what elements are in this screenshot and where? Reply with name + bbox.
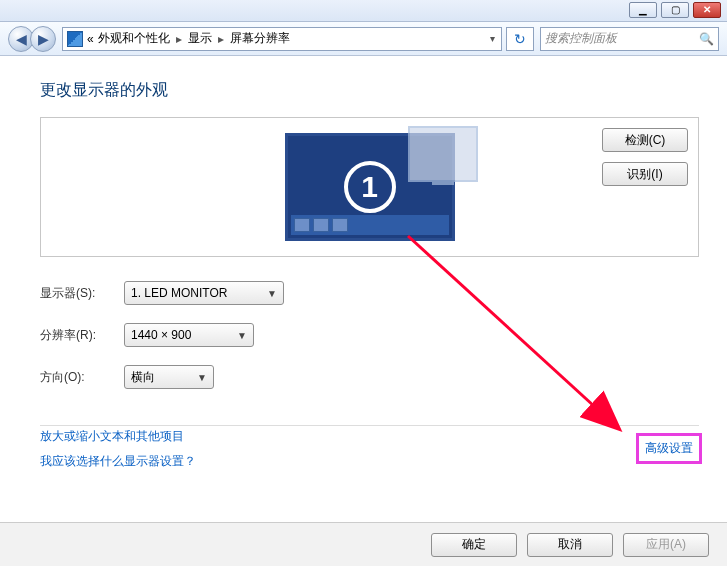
- identify-button[interactable]: 识别(I): [602, 162, 688, 186]
- cancel-button[interactable]: 取消: [527, 533, 613, 557]
- minimize-button[interactable]: ▁: [629, 2, 657, 18]
- resolution-combobox[interactable]: 1440 × 900 ▼: [124, 323, 254, 347]
- advanced-settings-link[interactable]: 高级设置: [639, 436, 699, 461]
- control-panel-icon: [67, 31, 83, 47]
- title-bar: ▁ ▢ ✕: [0, 0, 727, 22]
- search-input[interactable]: 搜索控制面板 🔍: [540, 27, 719, 51]
- display-value: 1. LED MONITOR: [131, 286, 227, 300]
- chevron-right-icon: ▸: [174, 32, 184, 46]
- crumb-1[interactable]: 显示: [188, 30, 212, 47]
- display-combobox[interactable]: 1. LED MONITOR ▼: [124, 281, 284, 305]
- orientation-value: 横向: [131, 369, 155, 386]
- crumb-0[interactable]: 外观和个性化: [98, 30, 170, 47]
- nav-row: ◀ ▶ « 外观和个性化 ▸ 显示 ▸ 屏幕分辨率 ▾ ↻ 搜索控制面板 🔍: [0, 22, 727, 56]
- monitor-1[interactable]: 1: [285, 133, 455, 241]
- text-size-link[interactable]: 放大或缩小文本和其他项目: [40, 428, 196, 445]
- secondary-monitor-ghost: [408, 126, 478, 182]
- ok-button[interactable]: 确定: [431, 533, 517, 557]
- detect-button[interactable]: 检测(C): [602, 128, 688, 152]
- search-placeholder: 搜索控制面板: [545, 30, 617, 47]
- page-body: 更改显示器的外观 1 检测(C) 识别(I) 显示器(S): 1. LED MO…: [0, 56, 727, 522]
- maximize-button[interactable]: ▢: [661, 2, 689, 18]
- window-controls: ▁ ▢ ✕: [629, 2, 721, 18]
- crumb-2[interactable]: 屏幕分辨率: [230, 30, 290, 47]
- monitor-stage: 1: [285, 133, 455, 241]
- monitor-number-badge: 1: [344, 161, 396, 213]
- orientation-combobox[interactable]: 横向 ▼: [124, 365, 214, 389]
- chevron-down-icon: ▼: [237, 330, 247, 341]
- nav-back-forward: ◀ ▶: [8, 26, 56, 52]
- monitor-taskbar: [291, 215, 449, 235]
- divider: [40, 425, 699, 426]
- address-bar[interactable]: « 外观和个性化 ▸ 显示 ▸ 屏幕分辨率 ▾: [62, 27, 502, 51]
- resolution-label: 分辨率(R):: [40, 327, 110, 344]
- which-settings-link[interactable]: 我应该选择什么显示器设置？: [40, 453, 196, 470]
- dialog-footer: 确定 取消 应用(A): [0, 522, 727, 566]
- search-icon: 🔍: [699, 32, 714, 46]
- crumb-prefix: «: [87, 32, 94, 46]
- display-label: 显示器(S):: [40, 285, 110, 302]
- chevron-down-icon: ▼: [267, 288, 277, 299]
- page-title: 更改显示器的外观: [40, 80, 699, 101]
- resolution-value: 1440 × 900: [131, 328, 191, 342]
- help-links: 放大或缩小文本和其他项目 我应该选择什么显示器设置？: [40, 428, 196, 470]
- settings-rows: 显示器(S): 1. LED MONITOR ▼ 分辨率(R): 1440 × …: [40, 281, 699, 389]
- display-preview-panel: 1 检测(C) 识别(I): [40, 117, 699, 257]
- refresh-button[interactable]: ↻: [506, 27, 534, 51]
- apply-button[interactable]: 应用(A): [623, 533, 709, 557]
- address-dropdown[interactable]: ▾: [488, 33, 497, 44]
- orientation-label: 方向(O):: [40, 369, 110, 386]
- chevron-right-icon: ▸: [216, 32, 226, 46]
- close-button[interactable]: ✕: [693, 2, 721, 18]
- forward-button[interactable]: ▶: [30, 26, 56, 52]
- chevron-down-icon: ▼: [197, 372, 207, 383]
